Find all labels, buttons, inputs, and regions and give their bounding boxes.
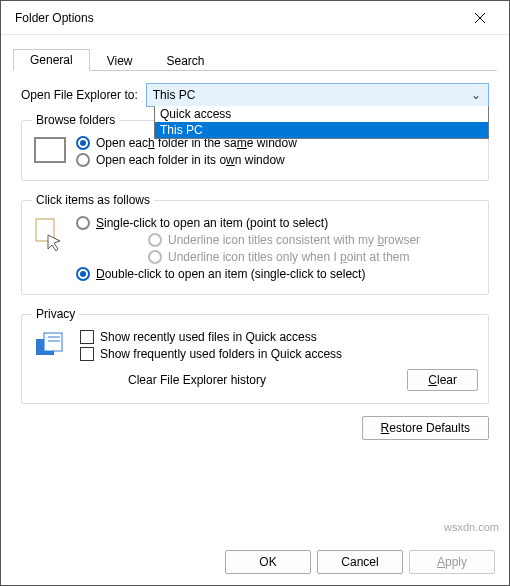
ok-button[interactable]: OK	[225, 550, 311, 574]
tab-strip: General View Search	[13, 49, 497, 71]
radio-icon	[76, 153, 90, 167]
checkbox-icon	[80, 330, 94, 344]
content-area: General View Search Open File Explorer t…	[1, 35, 509, 440]
tab-search[interactable]: Search	[150, 50, 222, 71]
tab-general[interactable]: General	[13, 49, 90, 71]
open-explorer-row: Open File Explorer to: This PC ⌄ Quick a…	[21, 83, 489, 107]
privacy-group: Privacy Show recently used files in Quic…	[21, 307, 489, 404]
click-items-group: Click items as follows Single-click to o…	[21, 193, 489, 295]
radio-icon	[148, 250, 162, 264]
radio-underline-point: Underline icon titles only when I point …	[148, 250, 478, 264]
radio-own-window[interactable]: Open each folder in its own window	[76, 153, 478, 167]
window-title: Folder Options	[15, 11, 94, 25]
restore-defaults-button[interactable]: Restore Defaults	[362, 416, 489, 440]
folder-icon	[34, 137, 66, 163]
radio-icon	[76, 267, 90, 281]
dialog-footer: OK Cancel Apply	[1, 539, 509, 585]
privacy-icon	[34, 331, 66, 359]
combobox-value: This PC	[153, 88, 196, 102]
checkbox-icon	[80, 347, 94, 361]
open-explorer-combobox[interactable]: This PC ⌄	[146, 83, 489, 107]
clear-history-label: Clear File Explorer history	[128, 373, 266, 387]
close-icon	[474, 12, 486, 24]
clear-button[interactable]: Clear	[407, 369, 478, 391]
titlebar: Folder Options	[1, 1, 509, 35]
apply-button[interactable]: Apply	[409, 550, 495, 574]
checkbox-frequent-folders[interactable]: Show frequently used folders in Quick ac…	[80, 347, 478, 361]
checkbox-recent-files[interactable]: Show recently used files in Quick access	[80, 330, 478, 344]
dropdown-option-this-pc[interactable]: This PC	[155, 122, 488, 138]
dropdown-option-quick-access[interactable]: Quick access	[155, 106, 488, 122]
radio-icon	[76, 136, 90, 150]
radio-icon	[76, 216, 90, 230]
radio-underline-browser: Underline icon titles consistent with my…	[148, 233, 478, 247]
open-explorer-dropdown: Quick access This PC	[154, 106, 489, 139]
close-button[interactable]	[459, 3, 501, 33]
radio-icon	[148, 233, 162, 247]
open-explorer-label: Open File Explorer to:	[21, 88, 138, 102]
svg-rect-5	[44, 333, 62, 351]
chevron-down-icon: ⌄	[470, 88, 482, 102]
cancel-button[interactable]: Cancel	[317, 550, 403, 574]
privacy-legend: Privacy	[32, 307, 79, 321]
click-items-legend: Click items as follows	[32, 193, 154, 207]
click-icon	[34, 217, 62, 251]
watermark: wsxdn.com	[444, 521, 499, 533]
browse-folders-legend: Browse folders	[32, 113, 119, 127]
radio-single-click[interactable]: Single-click to open an item (point to s…	[76, 216, 478, 230]
tab-view[interactable]: View	[90, 50, 150, 71]
radio-double-click[interactable]: Double-click to open an item (single-cli…	[76, 267, 478, 281]
